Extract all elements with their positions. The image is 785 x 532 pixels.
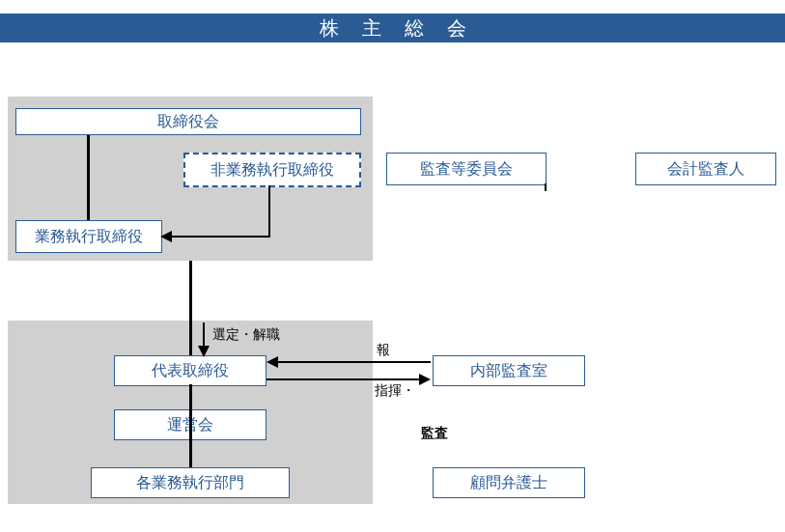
box-nonexec-director: 非業務執行取締役 — [183, 153, 361, 187]
arrow-report — [266, 356, 278, 368]
line-nonexec-across — [162, 236, 270, 238]
box-rep-director: 代表取締役 — [114, 355, 266, 386]
box-accounting-auditor: 会計監査人 — [635, 153, 776, 185]
box-internal-audit: 内部監査室 — [433, 355, 585, 386]
label-direct: 指揮・ — [375, 382, 415, 400]
line-direct — [266, 378, 421, 380]
arrow-direct — [419, 374, 431, 385]
label-report: 報 — [377, 342, 390, 359]
stub-audit-committee — [545, 183, 547, 191]
line-rep-chain — [189, 384, 192, 467]
arrow-select-dismiss — [198, 346, 210, 357]
box-legal-advisor: 顧問弁護士 — [433, 467, 585, 498]
arrow-nonexec-to-exec — [160, 231, 172, 242]
line-nonexec-down — [268, 185, 270, 236]
line-panels-link — [189, 261, 192, 355]
label-select-dismiss: 選定・解職 — [212, 326, 280, 344]
box-departments: 各業務執行部門 — [91, 467, 290, 498]
diagram-canvas: 株主総会 取締役会 非業務執行取締役 監査等委員会 会計監査人 業務執行取締役 … — [0, 0, 785, 532]
label-audit: 監査 — [421, 425, 448, 442]
box-board: 取締役会 — [15, 108, 361, 135]
header-bar: 株主総会 — [0, 14, 785, 42]
line-board-exec — [87, 135, 90, 220]
line-report — [276, 361, 431, 363]
box-exec-director: 業務執行取締役 — [15, 220, 162, 253]
box-audit-committee: 監査等委員会 — [386, 153, 547, 185]
